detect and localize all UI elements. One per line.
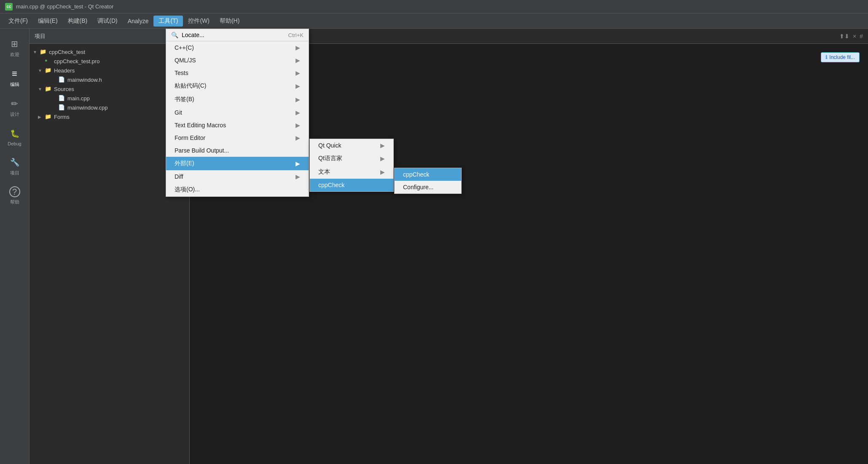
qtlinguist-label: Qt语言家 bbox=[318, 155, 342, 162]
menu-tools-diff[interactable]: Diff ▶ bbox=[166, 170, 309, 183]
external-submenu[interactable]: Qt Quick ▶ Qt语言家 ▶ 文本 ▶ cppCheck cppChec… bbox=[309, 139, 394, 192]
cppcheck-submenu[interactable]: cppCheck Configure... bbox=[394, 168, 462, 194]
text-arrow: ▶ bbox=[380, 169, 385, 175]
menu-controls[interactable]: 控件(W) bbox=[183, 16, 215, 27]
subsubmenu-cppcheck-run[interactable]: cppCheck bbox=[395, 168, 461, 181]
design-icon: ✏ bbox=[9, 98, 21, 110]
external-label: 外部(E) bbox=[175, 160, 194, 167]
file-icon-mainwindow-h: 📄 bbox=[58, 76, 66, 83]
menu-tools-options[interactable]: 选项(O)... bbox=[166, 183, 309, 196]
menu-tools-qmljs[interactable]: QML/JS ▶ bbox=[166, 54, 309, 67]
folder-icon-sources: 📁 bbox=[45, 86, 52, 92]
sidebar-label-debug: Debug bbox=[8, 141, 21, 146]
submenu-qtlinguist[interactable]: Qt语言家 ▶ bbox=[310, 152, 393, 165]
diff-label: Diff bbox=[175, 173, 183, 180]
menu-edit[interactable]: 编辑(E) bbox=[33, 16, 63, 27]
tree-label-root: cppCheck_test bbox=[49, 49, 85, 55]
git-arrow: ▶ bbox=[296, 109, 300, 116]
locate-shortcut: Ctrl+K bbox=[288, 32, 304, 38]
sidebar-label-edit: 编辑 bbox=[10, 81, 19, 88]
menu-tools-bookmarks[interactable]: 书签(B) ▶ bbox=[166, 93, 309, 106]
formeditor-label: Form Editor bbox=[175, 134, 205, 141]
parsebuild-label: Parse Build Output... bbox=[175, 147, 229, 154]
sidebar-item-project[interactable]: 🔧 项目 bbox=[0, 151, 29, 181]
submenu-text[interactable]: 文本 ▶ bbox=[310, 165, 393, 179]
sidebar-label-welcome: 欢迎 bbox=[10, 51, 19, 58]
menu-tools-paste[interactable]: 粘贴代码(C) ▶ bbox=[166, 79, 309, 93]
locate-input[interactable] bbox=[182, 32, 285, 38]
tree-label-headers: Headers bbox=[54, 67, 75, 74]
sidebar-item-welcome[interactable]: ⊞ 欢迎 bbox=[0, 33, 29, 63]
menu-help[interactable]: 帮助(H) bbox=[215, 16, 245, 27]
welcome-icon: ⊞ bbox=[9, 38, 21, 50]
tree-label-mainwindow-cpp: mainwindow.cpp bbox=[67, 105, 107, 111]
debug-icon: 🐛 bbox=[9, 128, 21, 139]
sidebar-label-design: 设计 bbox=[10, 111, 19, 118]
menu-tools-external[interactable]: 外部(E) ▶ bbox=[166, 157, 309, 170]
info-text: Include fil... bbox=[829, 54, 855, 60]
editor-nav-icon[interactable]: ⬆⬇ bbox=[839, 33, 849, 40]
qtlinguist-arrow: ▶ bbox=[380, 155, 385, 162]
textediting-arrow: ▶ bbox=[296, 122, 300, 129]
subsubmenu-configure[interactable]: Configure... bbox=[395, 181, 461, 193]
sidebar-item-edit[interactable]: ≡ 编辑 bbox=[0, 63, 29, 93]
textediting-label: Text Editing Macros bbox=[175, 122, 226, 129]
menu-debug[interactable]: 调试(D) bbox=[92, 16, 122, 27]
locate-search[interactable]: 🔍 Ctrl+K bbox=[166, 29, 309, 41]
git-label: Git bbox=[175, 109, 182, 116]
menu-tools-git[interactable]: Git ▶ bbox=[166, 106, 309, 119]
search-icon: 🔍 bbox=[171, 32, 178, 38]
qmljs-arrow: ▶ bbox=[296, 57, 300, 64]
sidebar-item-design[interactable]: ✏ 设计 bbox=[0, 93, 29, 123]
menu-tools-tests[interactable]: Tests ▶ bbox=[166, 67, 309, 79]
qtquick-arrow: ▶ bbox=[380, 142, 385, 149]
submenu-cppcheck[interactable]: cppCheck bbox=[310, 179, 393, 191]
tree-label-main-cpp: main.cpp bbox=[67, 95, 90, 102]
menu-build[interactable]: 构建(B) bbox=[63, 16, 93, 27]
cppcheck-label: cppCheck bbox=[318, 182, 344, 188]
help-icon: ? bbox=[9, 186, 20, 197]
tests-label: Tests bbox=[175, 70, 188, 76]
editor-close-icon[interactable]: × bbox=[853, 33, 856, 40]
options-label: 选项(O)... bbox=[175, 186, 200, 193]
menu-file[interactable]: 文件(F) bbox=[3, 16, 33, 27]
include-info-box: ℹ Include fil... bbox=[821, 52, 860, 62]
tree-label-sources: Sources bbox=[54, 86, 74, 92]
paste-label: 粘贴代码(C) bbox=[175, 82, 206, 90]
tree-label-pro: cppCheck_test.pro bbox=[54, 58, 99, 64]
file-icon-main-cpp: 📄 bbox=[58, 95, 66, 102]
menu-tools-parsebuild[interactable]: Parse Build Output... bbox=[166, 144, 309, 157]
qtquick-label: Qt Quick bbox=[318, 142, 341, 149]
sidebar-item-help[interactable]: ? 帮助 bbox=[0, 181, 29, 210]
configure-label: Configure... bbox=[403, 184, 433, 190]
arrow-root: ▼ bbox=[33, 50, 40, 54]
external-arrow: ▶ bbox=[296, 160, 300, 167]
window-title: main.cpp @ cppCheck_test - Qt Creator bbox=[16, 3, 113, 10]
qmljs-label: QML/JS bbox=[175, 57, 196, 64]
tools-dropdown-menu[interactable]: 🔍 Ctrl+K C++(C) ▶ QML/JS ▶ Tests ▶ 粘贴代码(… bbox=[166, 29, 309, 197]
menu-tools-cpp[interactable]: C++(C) ▶ bbox=[166, 41, 309, 54]
text-label: 文本 bbox=[318, 168, 330, 176]
formeditor-arrow: ▶ bbox=[296, 134, 300, 141]
project-panel-title: 项目 bbox=[35, 32, 46, 40]
edit-icon: ≡ bbox=[9, 68, 21, 80]
menu-analyze[interactable]: Analyze bbox=[123, 16, 154, 26]
editor-hash-icon: # bbox=[860, 33, 863, 40]
main-layout: ⊞ 欢迎 ≡ 编辑 ✏ 设计 🐛 Debug 🔧 项目 ? 帮助 项目 ⊞ ⊟ bbox=[0, 29, 868, 464]
menu-tools[interactable]: 工具(T) bbox=[153, 16, 183, 27]
title-bar: cc main.cpp @ cppCheck_test - Qt Creator bbox=[0, 0, 868, 13]
tests-arrow: ▶ bbox=[296, 70, 300, 76]
sidebar-item-debug[interactable]: 🐛 Debug bbox=[0, 123, 29, 151]
sidebar-label-project: 项目 bbox=[10, 170, 19, 176]
folder-icon-headers: 📁 bbox=[45, 67, 52, 74]
arrow-forms: ▶ bbox=[38, 115, 45, 119]
menu-tools-formeditor[interactable]: Form Editor ▶ bbox=[166, 131, 309, 144]
info-icon: ℹ bbox=[825, 54, 828, 60]
arrow-headers: ▼ bbox=[38, 68, 45, 73]
menu-tools-textediting[interactable]: Text Editing Macros ▶ bbox=[166, 119, 309, 131]
paste-arrow: ▶ bbox=[296, 83, 300, 89]
tree-label-forms: Forms bbox=[54, 114, 70, 120]
project-icon: 🔧 bbox=[9, 156, 21, 168]
submenu-qtquick[interactable]: Qt Quick ▶ bbox=[310, 139, 393, 152]
cpp-arrow: ▶ bbox=[296, 44, 300, 51]
